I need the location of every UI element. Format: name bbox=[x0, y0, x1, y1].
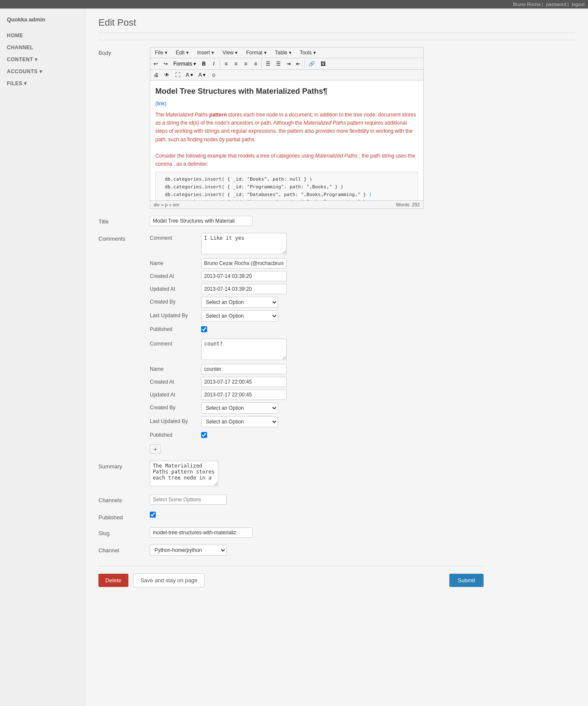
comment2-published-label: Published bbox=[150, 430, 201, 438]
comment2-published-checkbox[interactable] bbox=[201, 432, 207, 438]
channels-label: Channels bbox=[98, 494, 150, 505]
menu-tools[interactable]: Tools ▾ bbox=[296, 48, 320, 57]
summary-textarea[interactable]: The Materialized Paths pattern stores ea… bbox=[150, 461, 218, 486]
bold-btn[interactable]: B bbox=[199, 60, 208, 68]
comment1-created-by-select[interactable]: Select an Option bbox=[201, 297, 278, 308]
fullscreen-btn[interactable]: ⛶ bbox=[172, 71, 183, 79]
sidebar-item-files[interactable]: FILES ▾ bbox=[0, 77, 85, 89]
title-input[interactable] bbox=[150, 216, 252, 226]
image-btn[interactable]: 🖼 bbox=[318, 60, 328, 68]
comment2-updated-at-input[interactable] bbox=[201, 390, 287, 400]
published-label: Published bbox=[98, 512, 150, 521]
comment2-created-by-field: Select an Option bbox=[201, 402, 575, 414]
comment2-created-by-select[interactable]: Select an Option bbox=[201, 402, 278, 414]
redo-btn[interactable]: ↪ bbox=[161, 60, 170, 68]
menu-edit[interactable]: Edit ▾ bbox=[172, 48, 193, 57]
comment1-last-updated-by-select[interactable]: Select an Option bbox=[201, 310, 278, 322]
delete-button[interactable]: Delete bbox=[98, 574, 128, 587]
sidebar-brand: Quokka admin bbox=[0, 13, 85, 30]
italic-btn[interactable]: I bbox=[209, 60, 218, 68]
comment1-name-field bbox=[201, 258, 575, 268]
comment2-name-label: Name bbox=[150, 364, 201, 372]
published-checkbox[interactable] bbox=[150, 512, 156, 518]
comment2-last-updated-by-label: Last Updated By bbox=[150, 416, 201, 424]
comment2-created-at-row: Created At bbox=[150, 377, 575, 387]
align-right-btn[interactable]: ≡ bbox=[241, 60, 250, 68]
add-comment-button[interactable]: + bbox=[150, 444, 161, 454]
menu-view[interactable]: View ▾ bbox=[219, 48, 241, 57]
align-justify-btn[interactable]: ≡ bbox=[251, 60, 260, 68]
page-divider bbox=[98, 40, 575, 40]
comment2-updated-at-row: Updated At bbox=[150, 390, 575, 400]
code-block: db.categories.insert( { _id: "Books", pa… bbox=[155, 172, 418, 200]
menu-insert[interactable]: Insert ▾ bbox=[193, 48, 218, 57]
comment-block-1: Comment I Like it yes Name Created At bbox=[150, 233, 575, 334]
editor-wordcount: Words: 292 bbox=[396, 202, 420, 207]
editor-container: File ▾ Edit ▾ Insert ▾ View ▾ Format ▾ T… bbox=[150, 47, 424, 209]
sidebar-item-content[interactable]: CONTENT ▾ bbox=[0, 54, 85, 66]
summary-section: Summary The Materialized Paths pattern s… bbox=[98, 461, 575, 488]
sep1 bbox=[220, 60, 220, 68]
comment2-comment-label: Comment bbox=[150, 339, 201, 347]
editor-heading: Model Tree Structures with Materialized … bbox=[155, 86, 418, 97]
sidebar-item-channel[interactable]: CHANNEL bbox=[0, 42, 85, 54]
editor-body[interactable]: Model Tree Structures with Materialized … bbox=[150, 80, 423, 200]
menu-file[interactable]: File ▾ bbox=[151, 48, 171, 57]
comment1-textarea[interactable]: I Like it yes bbox=[201, 233, 287, 254]
font-color-btn[interactable]: A ▾ bbox=[183, 71, 196, 79]
menu-format[interactable]: Format ▾ bbox=[242, 48, 270, 57]
emoji-btn[interactable]: ☺ bbox=[208, 71, 219, 79]
formats-btn[interactable]: Formats ▾ bbox=[171, 60, 199, 68]
main-content: Edit Post Body File ▾ Edit ▾ Insert ▾ Vi… bbox=[86, 9, 588, 706]
comment-block-2: Comment count? Name Created At bbox=[150, 339, 575, 439]
title-field-wrapper bbox=[150, 216, 575, 226]
form-footer: Delete Save and stay on page Submit bbox=[98, 566, 484, 587]
comment2-last-updated-by-field: Select an Option bbox=[201, 416, 575, 427]
comment1-updated-at-field bbox=[201, 284, 575, 294]
topbar-password[interactable]: password bbox=[546, 2, 566, 7]
channels-input[interactable] bbox=[150, 494, 227, 505]
comment1-created-by-field: Select an Option bbox=[201, 297, 575, 308]
comment1-created-by-label: Created By bbox=[150, 297, 201, 305]
comment2-last-updated-by-select[interactable]: Select an Option bbox=[201, 416, 278, 427]
print-btn[interactable]: 🖨 bbox=[151, 71, 161, 79]
comment2-textarea[interactable]: count? bbox=[201, 339, 287, 360]
bg-color-btn[interactable]: A ▾ bbox=[196, 71, 208, 79]
comment1-created-at-input[interactable] bbox=[201, 271, 287, 281]
indent-btn[interactable]: ⇥ bbox=[284, 60, 293, 68]
sidebar: Quokka admin HOME CHANNEL CONTENT ▾ ACCO… bbox=[0, 9, 86, 706]
link-btn[interactable]: 🔗 bbox=[306, 60, 318, 68]
comment2-comment-field: count? bbox=[201, 339, 575, 361]
comment1-last-updated-by-field: Select an Option bbox=[201, 310, 575, 322]
comment1-comment-field: I Like it yes bbox=[201, 233, 575, 256]
sidebar-item-home[interactable]: HOME bbox=[0, 30, 85, 42]
channel-select[interactable]: Python-home/python bbox=[150, 545, 227, 556]
body-label: Body bbox=[98, 47, 150, 209]
comment2-name-input[interactable] bbox=[201, 364, 287, 374]
channels-section: Channels bbox=[98, 494, 575, 505]
comment1-published-checkbox[interactable] bbox=[201, 326, 207, 332]
align-center-btn[interactable]: ≡ bbox=[231, 60, 241, 68]
preview-btn[interactable]: 👁 bbox=[162, 71, 172, 79]
comment1-updated-at-input[interactable] bbox=[201, 284, 287, 294]
save-button[interactable]: Save and stay on page bbox=[133, 573, 205, 587]
submit-button[interactable]: Submit bbox=[449, 574, 484, 587]
comment1-published-label: Published bbox=[150, 324, 201, 332]
comment1-name-input[interactable] bbox=[201, 258, 287, 268]
sidebar-item-accounts[interactable]: ACCOUNTS ▾ bbox=[0, 66, 85, 77]
comment2-created-at-input[interactable] bbox=[201, 377, 287, 387]
menu-table[interactable]: Table ▾ bbox=[271, 48, 295, 57]
align-left-btn[interactable]: ≡ bbox=[221, 60, 231, 68]
comment2-name-field bbox=[201, 364, 575, 374]
outdent-btn[interactable]: ⇤ bbox=[294, 60, 303, 68]
published-section: Published bbox=[98, 512, 575, 521]
comment2-updated-at-field bbox=[201, 390, 575, 400]
undo-btn[interactable]: ↩ bbox=[151, 60, 160, 68]
slug-label: Slug bbox=[98, 527, 150, 538]
ul-btn[interactable]: ☰ bbox=[263, 60, 273, 68]
ol-btn[interactable]: ☰ bbox=[273, 60, 283, 68]
body-section: Body File ▾ Edit ▾ Insert ▾ View ▾ Forma… bbox=[98, 47, 575, 209]
topbar-logout[interactable]: logout bbox=[572, 2, 585, 7]
comment2-last-updated-by-row: Last Updated By Select an Option bbox=[150, 416, 575, 427]
slug-input[interactable] bbox=[150, 527, 252, 538]
